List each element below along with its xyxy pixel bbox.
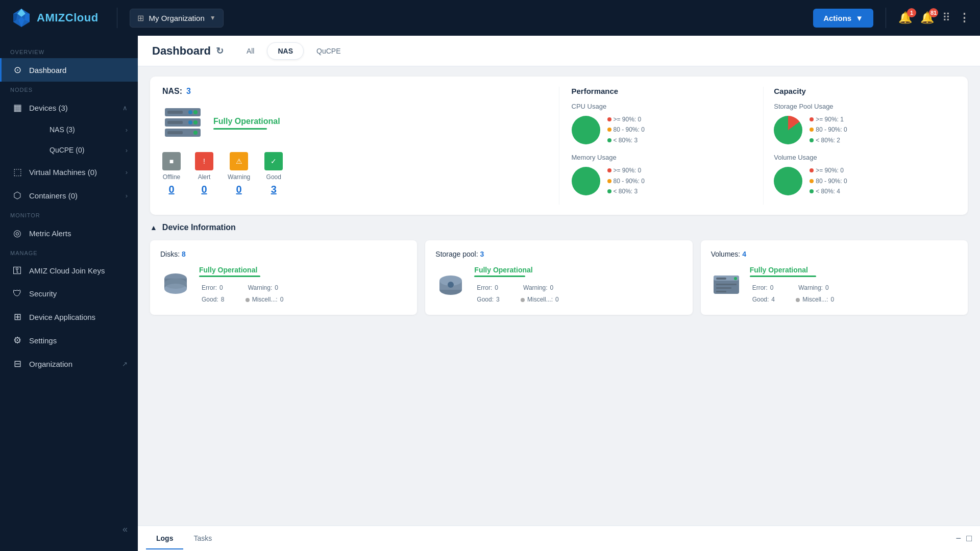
storage-legend-item-red: >= 90%: 1: [810, 114, 847, 124]
sidebar-item-settings[interactable]: ⚙ Settings: [0, 329, 138, 352]
svg-point-12: [193, 131, 198, 135]
svg-point-23: [448, 282, 454, 288]
offline-count[interactable]: 0: [168, 184, 174, 195]
svg-rect-30: [716, 291, 726, 292]
sidebar-item-label: NAS (3): [50, 126, 75, 134]
good-count[interactable]: 3: [271, 184, 277, 195]
status-underline: [213, 128, 267, 130]
logs-tab[interactable]: Logs: [146, 528, 183, 549]
disks-op-bar: [199, 276, 260, 277]
memory-label: Memory Usage: [572, 154, 753, 161]
sidebar-item-containers[interactable]: ⬡ Containers (0) ›: [0, 184, 138, 207]
section-label-monitor: Monitor: [0, 207, 138, 221]
vol-misc: Miscell...: 0: [796, 294, 834, 306]
warning-label: Warning: [228, 173, 250, 181]
tab-nas[interactable]: NAS: [267, 42, 304, 60]
section-label-nodes: Nodes: [0, 82, 138, 96]
status-row: ■ Offline 0 ! Alert 0: [162, 152, 547, 195]
header-divider-1: [117, 8, 117, 28]
performance-section: Performance CPU Usage >= 90%: 0 80 - 90%…: [572, 87, 764, 205]
bell-badge: 1: [907, 8, 916, 17]
sidebar-item-join-keys[interactable]: ⚿ AMIZ Cloud Join Keys: [0, 259, 138, 282]
svg-point-9: [188, 110, 192, 114]
device-info-header[interactable]: ▲ Device Information: [150, 223, 968, 232]
disks-body: Fully Operational Error: 0 Warning: 0 Go…: [160, 266, 407, 306]
nas-status-card: NAS: 3: [150, 77, 968, 215]
sidebar-item-security[interactable]: 🛡 Security: [0, 282, 138, 305]
sidebar-item-device-applications[interactable]: ⊞ Device Applications: [0, 305, 138, 329]
volumes-title: Volumes: 4: [711, 250, 746, 258]
tab-qucpe[interactable]: QuCPE: [306, 42, 351, 60]
maximize-icon[interactable]: □: [966, 533, 972, 544]
disks-header: Disks: 8: [160, 249, 407, 259]
notification-bell-button[interactable]: 🔔 1: [898, 11, 912, 24]
svg-rect-29: [716, 287, 731, 289]
device-info-section: ▲ Device Information Disks: 8: [150, 223, 968, 315]
sp-misc: Miscell...: 0: [521, 294, 559, 306]
warning-icon: ⚠: [230, 152, 248, 170]
devices-icon: ▦: [12, 102, 23, 113]
apps-grid-icon[interactable]: ⠿: [942, 11, 950, 24]
storage-legend: >= 90%: 1 80 - 90%: 0 < 80%: 2: [810, 114, 847, 145]
volumes-header: Volumes: 4: [711, 249, 958, 259]
sidebar-item-label: AMIZ Cloud Join Keys: [29, 266, 105, 275]
alert-label: Alert: [198, 173, 211, 181]
disks-card: Disks: 8: [150, 240, 417, 315]
nas-count: 3: [186, 87, 191, 96]
offline-label: Offline: [163, 173, 180, 181]
disks-icon: [160, 269, 191, 302]
kebab-menu-icon[interactable]: ⋮: [959, 11, 970, 24]
bottom-controls: − □: [956, 533, 972, 544]
storage-pool-icon: [435, 269, 466, 302]
org-selector[interactable]: ⊞ My Organization ▼: [130, 9, 224, 28]
volumes-card: Volumes: 4: [701, 240, 968, 315]
sidebar-item-label: Containers (0): [29, 191, 78, 200]
sidebar-item-dashboard[interactable]: ⊙ Dashboard: [0, 58, 138, 82]
sidebar-item-qucpe[interactable]: QuCPE (0) ›: [10, 140, 138, 160]
storage-op-bar: [474, 276, 525, 277]
good-label: Good: [266, 173, 281, 181]
organization-icon: ⊟: [12, 358, 23, 369]
device-apps-icon: ⊞: [12, 311, 23, 322]
settings-icon: ⚙: [12, 335, 23, 346]
storage-legend-item-orange: 80 - 90%: 0: [810, 124, 847, 135]
refresh-icon[interactable]: ↻: [216, 45, 224, 57]
sidebar-collapse-button[interactable]: «: [122, 524, 128, 535]
sidebar-item-metric-alerts[interactable]: ◎ Metric Alerts: [0, 221, 138, 245]
join-keys-icon: ⚿: [12, 265, 23, 276]
header-actions: Actions ▼ 🔔 1 🔔 81 ⠿ ⋮: [813, 8, 970, 28]
sidebar-item-devices[interactable]: ▦ Devices (3) ∧: [0, 96, 138, 119]
alert-icon: !: [195, 152, 213, 170]
alert-bell-button[interactable]: 🔔 81: [920, 11, 934, 24]
sidebar-item-nas[interactable]: NAS (3) ›: [10, 119, 138, 140]
storage-pool-status: Fully Operational Error: 0 Warning: 0 Go…: [474, 266, 558, 306]
disks-warning: Warning: 0: [246, 282, 284, 294]
tasks-tab[interactable]: Tasks: [183, 528, 222, 549]
disks-error: Error: 0: [199, 282, 237, 294]
sidebar-bottom: «: [0, 516, 138, 543]
containers-icon: ⬡: [12, 190, 23, 201]
capacity-section: Capacity Storage Pool Usage >= 90%: 1 80…: [764, 87, 955, 205]
warning-count[interactable]: 0: [236, 184, 242, 195]
qucpe-chevron-icon: ›: [126, 146, 128, 154]
disks-stats: Error: 0 Warning: 0 Good: 8 Miscell...: …: [199, 282, 283, 306]
status-offline: ■ Offline 0: [162, 152, 181, 195]
actions-button[interactable]: Actions ▼: [813, 9, 873, 28]
storage-pool-stats: Error: 0 Warning: 0 Good: 3 Miscell...: …: [474, 282, 558, 306]
storage-label: Storage Pool Usage: [774, 103, 955, 110]
tab-all[interactable]: All: [236, 42, 265, 60]
dashboard-title: Dashboard ↻: [152, 44, 224, 58]
alert-count[interactable]: 0: [201, 184, 207, 195]
sidebar-item-vms[interactable]: ⬚ Virtual Machines (0) ›: [0, 160, 138, 184]
security-icon: 🛡: [12, 288, 23, 299]
minimize-icon[interactable]: −: [956, 533, 962, 544]
cpu-metric-row: >= 90%: 0 80 - 90%: 0 < 80%: 3: [572, 114, 753, 145]
svg-point-27: [734, 277, 737, 280]
memory-legend-item-green: < 80%: 3: [607, 186, 645, 196]
nas-header: NAS: 3: [162, 87, 547, 96]
containers-chevron-icon: ›: [126, 192, 128, 199]
sidebar-item-organization[interactable]: ⊟ Organization ↗: [0, 352, 138, 375]
performance-title: Performance: [572, 87, 753, 95]
section-label-manage: Manage: [0, 245, 138, 259]
sidebar-item-label: Metric Alerts: [29, 229, 71, 238]
